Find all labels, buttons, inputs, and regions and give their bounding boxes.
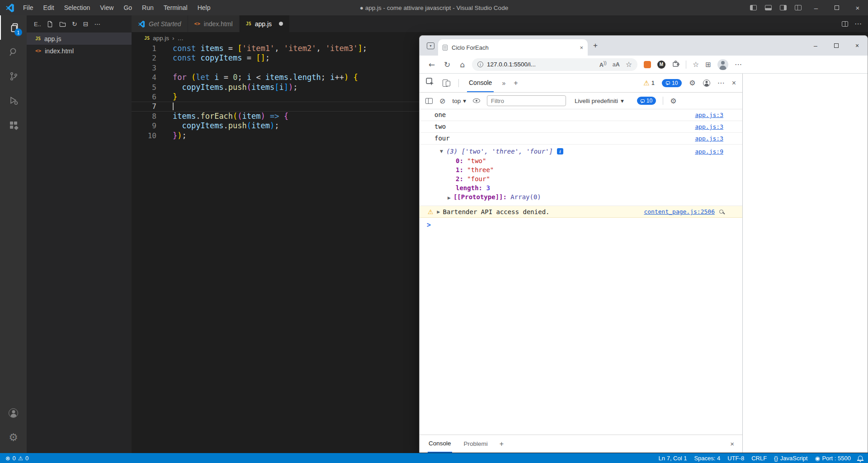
home-icon[interactable]: ⌂: [455, 60, 470, 69]
live-server-port[interactable]: ◉Port : 5500: [815, 455, 851, 462]
tab-indexhtml[interactable]: <> index.html: [188, 15, 240, 32]
favorites-bar-icon[interactable]: ☆: [693, 60, 699, 69]
activity-extensions[interactable]: [0, 113, 27, 137]
console-warning-row[interactable]: ⚠▶Bartender API access denied.content_pa…: [420, 206, 742, 218]
console-prompt[interactable]: >: [420, 218, 742, 229]
site-info-icon[interactable]: i: [477, 61, 483, 67]
array-property-row[interactable]: 0: "two": [420, 156, 723, 165]
breadcrumb-symbol[interactable]: …: [178, 35, 184, 42]
vscode-maximize-button[interactable]: [826, 0, 847, 15]
feedback-icon[interactable]: [703, 80, 710, 87]
editor-more-icon[interactable]: ⋯: [854, 19, 862, 28]
breadcrumb-file[interactable]: app.js: [153, 35, 169, 42]
array-property-row[interactable]: ▶[[Prototype]]: Array(0): [420, 192, 723, 202]
back-icon[interactable]: ←: [424, 60, 439, 69]
source-link[interactable]: app.js:3: [688, 123, 723, 130]
drawer-add-icon[interactable]: +: [500, 440, 504, 448]
edge-maximize-button[interactable]: [826, 36, 847, 56]
refresh-explorer-icon[interactable]: ↻: [72, 21, 77, 27]
vscode-close-button[interactable]: ×: [847, 0, 868, 15]
devtools-settings-icon[interactable]: ⚙: [689, 79, 695, 87]
source-link[interactable]: app.js:3: [688, 112, 723, 118]
source-link[interactable]: content_page.js:2506: [637, 208, 715, 215]
menu-run[interactable]: Run: [137, 0, 159, 15]
collapse-folders-icon[interactable]: ⊟: [83, 21, 89, 27]
source-link[interactable]: app.js:9: [688, 148, 723, 155]
eol-sequence[interactable]: CRLF: [751, 455, 767, 462]
array-property-row[interactable]: length: 3: [420, 183, 723, 192]
activity-settings[interactable]: ⚙: [0, 425, 27, 449]
devtools-more-icon[interactable]: ⋯: [717, 79, 725, 87]
cursor-position[interactable]: Ln 7, Col 1: [659, 455, 687, 462]
encoding[interactable]: UTF-8: [727, 455, 744, 462]
tab-actions-menu-icon[interactable]: ▾: [427, 42, 434, 49]
new-file-icon[interactable]: [47, 21, 53, 28]
activity-explorer[interactable]: 1: [0, 15, 27, 40]
favorite-star-icon[interactable]: ☆: [626, 60, 632, 69]
browser-tab[interactable]: Ciclo ForEach ×: [438, 39, 588, 56]
menu-go[interactable]: Go: [118, 0, 137, 15]
warning-count-badge[interactable]: ⚠1: [643, 79, 655, 87]
read-aloud-icon[interactable]: A)): [599, 61, 607, 68]
source-link[interactable]: app.js:3: [688, 135, 723, 142]
language-mode[interactable]: {}JavaScript: [774, 455, 807, 462]
devtools-tab-console[interactable]: Console: [467, 74, 494, 92]
collections-icon[interactable]: ⊞: [705, 61, 711, 69]
filter-input[interactable]: [487, 95, 566, 106]
collapse-caret-icon[interactable]: ▼: [440, 149, 443, 154]
tab-close-icon[interactable]: ×: [580, 44, 583, 51]
vscode-minimize-button[interactable]: –: [806, 0, 826, 15]
expand-caret-icon[interactable]: ▶: [437, 210, 440, 214]
file-item-appjs[interactable]: JS app.js: [27, 33, 132, 45]
console-log-row[interactable]: fourapp.js:3: [420, 133, 742, 145]
array-property-row[interactable]: 1: "three": [420, 165, 723, 174]
new-folder-icon[interactable]: [59, 21, 66, 28]
console-log-row[interactable]: oneapp.js:3: [420, 109, 742, 121]
add-tool-icon[interactable]: +: [514, 79, 518, 87]
toggle-sidebar-icon[interactable]: [750, 5, 757, 10]
tab-get-started[interactable]: Get Started: [132, 15, 188, 32]
settings-menu-icon[interactable]: ⋯: [735, 60, 742, 69]
devtools-close-icon[interactable]: ×: [732, 79, 736, 87]
refresh-icon[interactable]: ↻: [439, 60, 455, 69]
console-sidebar-icon[interactable]: [425, 98, 433, 104]
menu-selection[interactable]: Selection: [59, 0, 95, 15]
extension-icon[interactable]: [644, 61, 651, 68]
tab-appjs[interactable]: JS app.js: [240, 15, 290, 32]
live-expression-icon[interactable]: [473, 98, 480, 103]
indentation[interactable]: Spaces: 4: [694, 455, 720, 462]
url-text[interactable]: 127.0.0.1:5500/i...: [487, 61, 536, 68]
activity-source-control[interactable]: [0, 64, 27, 89]
edge-minimize-button[interactable]: –: [805, 36, 826, 56]
menu-edit[interactable]: Edit: [38, 0, 59, 15]
message-count-badge[interactable]: 10: [662, 79, 682, 87]
activity-search[interactable]: [0, 40, 27, 64]
address-bar[interactable]: i 127.0.0.1:5500/i... A)) aA ☆: [472, 58, 637, 71]
profile-avatar[interactable]: [717, 59, 728, 70]
log-levels-selector[interactable]: Livelli predefiniti▾: [575, 97, 624, 104]
toggle-panel-icon[interactable]: [765, 5, 772, 10]
drawer-tab-console[interactable]: Console: [428, 435, 452, 453]
menu-terminal[interactable]: Terminal: [159, 0, 193, 15]
activity-accounts[interactable]: [0, 401, 27, 425]
console-log-row[interactable]: twoapp.js:3: [420, 121, 742, 133]
menu-help[interactable]: Help: [193, 0, 216, 15]
toggle-secondary-sidebar-icon[interactable]: [780, 5, 787, 10]
levels-count-badge[interactable]: 10: [637, 97, 656, 105]
problems-summary[interactable]: ⊗ 0 ⚠ 0: [5, 455, 28, 462]
activity-run-debug[interactable]: [0, 89, 27, 113]
split-editor-icon[interactable]: [842, 21, 848, 27]
console-settings-icon[interactable]: ⚙: [670, 97, 676, 105]
translate-icon[interactable]: aA: [613, 61, 620, 68]
context-selector[interactable]: top▾: [452, 97, 466, 104]
modified-dot-icon[interactable]: [279, 22, 283, 26]
more-tabs-icon[interactable]: »: [502, 80, 505, 87]
notifications-bell[interactable]: [858, 457, 863, 460]
inspect-element-icon[interactable]: [426, 78, 434, 88]
menu-file[interactable]: File: [18, 0, 38, 15]
device-toolbar-icon[interactable]: [443, 80, 450, 86]
extension-m-icon[interactable]: M: [657, 61, 665, 69]
menu-view[interactable]: View: [95, 0, 118, 15]
expand-caret-icon[interactable]: ▶: [448, 196, 451, 200]
customize-layout-icon[interactable]: [795, 5, 802, 10]
